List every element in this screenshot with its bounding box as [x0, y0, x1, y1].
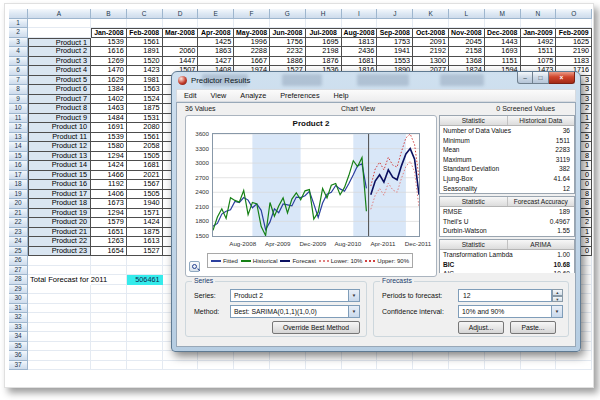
- row-header-37[interactable]: 37: [9, 361, 28, 371]
- value-cell[interactable]: 1875: [127, 228, 163, 238]
- column-header-K[interactable]: K: [413, 9, 449, 19]
- cell[interactable]: [28, 294, 91, 304]
- column-header-H[interactable]: H: [306, 9, 342, 19]
- cell[interactable]: [91, 266, 127, 276]
- row-header-22[interactable]: 22: [9, 218, 28, 228]
- row-header-19[interactable]: 19: [9, 190, 28, 200]
- cell[interactable]: [127, 266, 163, 276]
- row-header-26[interactable]: 26: [9, 256, 28, 266]
- month-header-cell[interactable]: Jun-2008: [270, 28, 306, 38]
- month-header-cell[interactable]: Aug-2008: [342, 28, 378, 38]
- cell[interactable]: [413, 19, 449, 29]
- month-header-cell[interactable]: Jul-2008: [306, 28, 342, 38]
- cell[interactable]: [198, 361, 234, 371]
- cell[interactable]: [198, 19, 234, 29]
- cell[interactable]: [234, 361, 270, 371]
- maximize-button[interactable]: □: [533, 72, 549, 84]
- month-header-cell[interactable]: Nov-2008: [449, 28, 485, 38]
- row-header-30[interactable]: 30: [9, 294, 28, 304]
- cell[interactable]: [234, 351, 270, 361]
- value-cell[interactable]: 1505: [127, 190, 163, 200]
- product-name-cell[interactable]: Product 21: [28, 228, 91, 238]
- cell[interactable]: [521, 351, 557, 361]
- row-header-15[interactable]: 15: [9, 152, 28, 162]
- value-cell[interactable]: 1561: [127, 133, 163, 143]
- row-header-18[interactable]: 18: [9, 180, 28, 190]
- menu-item-edit[interactable]: Edit: [177, 90, 204, 101]
- product-name-cell[interactable]: Product 1: [28, 38, 91, 48]
- value-cell[interactable]: 1427: [198, 57, 234, 67]
- value-cell[interactable]: 1520: [127, 57, 163, 67]
- cell[interactable]: [270, 19, 306, 29]
- cell[interactable]: [485, 351, 521, 361]
- cell[interactable]: [91, 342, 127, 352]
- row-header-7[interactable]: 7: [9, 76, 28, 86]
- value-cell[interactable]: 2232: [270, 47, 306, 57]
- value-cell[interactable]: 1753: [377, 38, 413, 48]
- row-header-4[interactable]: 4: [9, 47, 28, 57]
- cell[interactable]: [127, 285, 163, 295]
- column-header-A[interactable]: A: [28, 9, 91, 19]
- cell[interactable]: [449, 19, 485, 29]
- cell[interactable]: [556, 351, 592, 361]
- cell[interactable]: [91, 323, 127, 333]
- value-cell[interactable]: 1651: [91, 228, 127, 238]
- series-select[interactable]: Product 2 ▼: [230, 289, 360, 302]
- cell[interactable]: [91, 313, 127, 323]
- value-cell[interactable]: 1691: [91, 123, 127, 133]
- row-header-33[interactable]: 33: [9, 323, 28, 333]
- cell[interactable]: [28, 285, 91, 295]
- cell[interactable]: [377, 19, 413, 29]
- row-header-35[interactable]: 35: [9, 342, 28, 352]
- cell[interactable]: [91, 294, 127, 304]
- column-header-O[interactable]: O: [556, 9, 592, 19]
- cell[interactable]: [28, 342, 91, 352]
- value-cell[interactable]: 1269: [91, 57, 127, 67]
- value-cell[interactable]: 1654: [91, 247, 127, 257]
- row-header-9[interactable]: 9: [9, 95, 28, 105]
- row-header-21[interactable]: 21: [9, 209, 28, 219]
- value-cell[interactable]: 1756: [270, 38, 306, 48]
- product-name-cell[interactable]: Product 23: [28, 247, 91, 257]
- cell[interactable]: [449, 361, 485, 371]
- row-header-29[interactable]: 29: [9, 285, 28, 295]
- row-header-36[interactable]: 36: [9, 351, 28, 361]
- column-header-B[interactable]: B: [91, 9, 127, 19]
- product-name-cell[interactable]: Product 20: [28, 218, 91, 228]
- product-name-cell[interactable]: Product 4: [28, 66, 91, 76]
- value-cell[interactable]: 1567: [127, 180, 163, 190]
- value-cell[interactable]: 1402: [91, 95, 127, 105]
- cell[interactable]: [127, 332, 163, 342]
- row-header-2[interactable]: 2: [9, 28, 28, 38]
- value-cell[interactable]: 1561: [127, 38, 163, 48]
- month-header-cell[interactable]: Feb-2008: [127, 28, 163, 38]
- cell[interactable]: [270, 361, 306, 371]
- cell[interactable]: [521, 361, 557, 371]
- cell[interactable]: [28, 332, 91, 342]
- row-header-24[interactable]: 24: [9, 237, 28, 247]
- value-cell[interactable]: 1863: [198, 47, 234, 57]
- row-header-3[interactable]: 3: [9, 38, 28, 48]
- row-header-28[interactable]: 28: [9, 275, 28, 285]
- product-name-cell[interactable]: Product 17: [28, 190, 91, 200]
- value-cell[interactable]: 1447: [163, 57, 199, 67]
- value-cell[interactable]: 1981: [127, 76, 163, 86]
- cell[interactable]: [127, 19, 163, 29]
- product-name-cell[interactable]: Product 7: [28, 95, 91, 105]
- value-cell[interactable]: 1505: [127, 152, 163, 162]
- value-cell[interactable]: 1183: [556, 57, 592, 67]
- cell[interactable]: [127, 351, 163, 361]
- cell[interactable]: [28, 28, 91, 38]
- value-cell[interactable]: 1425: [198, 38, 234, 48]
- value-cell[interactable]: 1681: [342, 57, 378, 67]
- cell[interactable]: [91, 361, 127, 371]
- value-cell[interactable]: 2080: [127, 123, 163, 133]
- value-cell[interactable]: 1940: [127, 199, 163, 209]
- value-cell[interactable]: 1463: [91, 104, 127, 114]
- periods-spinner[interactable]: ▲ ▼: [552, 289, 563, 302]
- value-cell[interactable]: 1629: [91, 76, 127, 86]
- value-cell[interactable]: 1075: [521, 57, 557, 67]
- cell[interactable]: [521, 19, 557, 29]
- value-cell[interactable]: 2198: [306, 47, 342, 57]
- row-header-13[interactable]: 13: [9, 133, 28, 143]
